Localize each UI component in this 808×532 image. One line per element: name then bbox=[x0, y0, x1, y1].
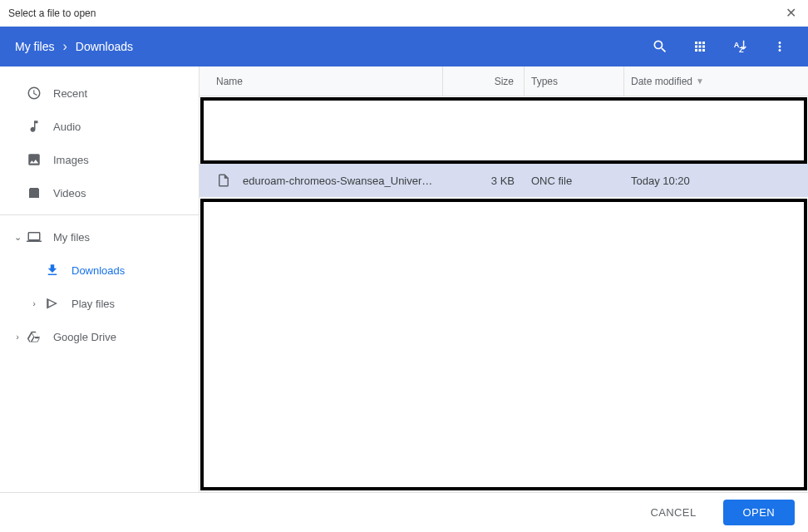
cancel-button[interactable]: CANCEL bbox=[637, 500, 709, 525]
close-icon[interactable]: ✕ bbox=[782, 3, 800, 22]
header-bar: My files › Downloads A Z bbox=[0, 27, 808, 66]
open-button[interactable]: OPEN bbox=[723, 500, 795, 525]
sort-az-icon[interactable]: A Z bbox=[720, 27, 760, 66]
sidebar-item-recent[interactable]: Recent bbox=[0, 76, 199, 110]
sidebar-item-videos[interactable]: Videos bbox=[0, 176, 199, 209]
chevron-down-icon[interactable]: ⌄ bbox=[12, 231, 23, 243]
redacted-region bbox=[200, 199, 807, 490]
redacted-region bbox=[200, 97, 807, 164]
breadcrumb: My files › Downloads bbox=[15, 39, 133, 54]
dialog-title: Select a file to open bbox=[8, 7, 96, 19]
file-size-cell: 3 KB bbox=[443, 175, 525, 187]
more-menu-icon[interactable] bbox=[760, 27, 800, 66]
grid-view-icon[interactable] bbox=[680, 27, 720, 66]
breadcrumb-root[interactable]: My files bbox=[15, 40, 54, 53]
chevron-right-icon[interactable]: › bbox=[28, 298, 40, 309]
sidebar-label-images: Images bbox=[53, 154, 89, 166]
breadcrumb-current[interactable]: Downloads bbox=[76, 40, 133, 53]
sidebar-label-googledrive: Google Drive bbox=[53, 331, 116, 343]
col-header-date[interactable]: Date modified ▼ bbox=[624, 66, 808, 96]
table-header: Name Size Types Date modified ▼ bbox=[200, 66, 808, 96]
sidebar-item-playfiles[interactable]: › Play files bbox=[0, 287, 199, 320]
chevron-right-icon: › bbox=[62, 39, 67, 54]
file-name-text: eduroam-chromeos-Swansea_Universit… bbox=[243, 175, 434, 187]
file-name-cell: eduroam-chromeos-Swansea_Universit… bbox=[200, 173, 443, 188]
sidebar-item-audio[interactable]: Audio bbox=[0, 110, 199, 143]
file-icon bbox=[216, 173, 231, 188]
main-area: Recent Audio Images Videos ⌄ My files Do… bbox=[0, 66, 808, 492]
search-icon[interactable] bbox=[640, 27, 680, 66]
sidebar-label-playfiles: Play files bbox=[71, 298, 115, 310]
sidebar-item-downloads[interactable]: Downloads bbox=[0, 254, 199, 287]
sidebar-item-images[interactable]: Images bbox=[0, 143, 199, 176]
sidebar-item-myfiles[interactable]: ⌄ My files bbox=[0, 220, 199, 254]
col-header-size[interactable]: Size bbox=[443, 66, 525, 96]
sort-down-icon: ▼ bbox=[696, 76, 704, 86]
chevron-right-icon[interactable]: › bbox=[12, 331, 23, 342]
dialog-title-bar: Select a file to open ✕ bbox=[0, 0, 808, 27]
file-date-cell: Today 10:20 bbox=[624, 175, 808, 187]
file-list-panel: Name Size Types Date modified ▼ eduroam-… bbox=[200, 66, 808, 492]
sidebar-label-videos: Videos bbox=[53, 187, 86, 200]
sidebar-label-recent: Recent bbox=[53, 87, 87, 100]
file-type-cell: ONC file bbox=[525, 175, 624, 187]
sidebar-label-audio: Audio bbox=[53, 121, 81, 133]
table-row[interactable]: eduroam-chromeos-Swansea_Universit… 3 KB… bbox=[200, 164, 808, 197]
sidebar-label-downloads: Downloads bbox=[71, 264, 125, 277]
col-header-name[interactable]: Name bbox=[200, 66, 443, 96]
footer: CANCEL OPEN bbox=[0, 492, 808, 532]
col-header-types[interactable]: Types bbox=[525, 66, 624, 96]
sidebar-divider bbox=[0, 214, 199, 215]
sidebar: Recent Audio Images Videos ⌄ My files Do… bbox=[0, 66, 200, 492]
sidebar-item-googledrive[interactable]: › Google Drive bbox=[0, 320, 199, 353]
sidebar-label-myfiles: My files bbox=[53, 231, 90, 244]
